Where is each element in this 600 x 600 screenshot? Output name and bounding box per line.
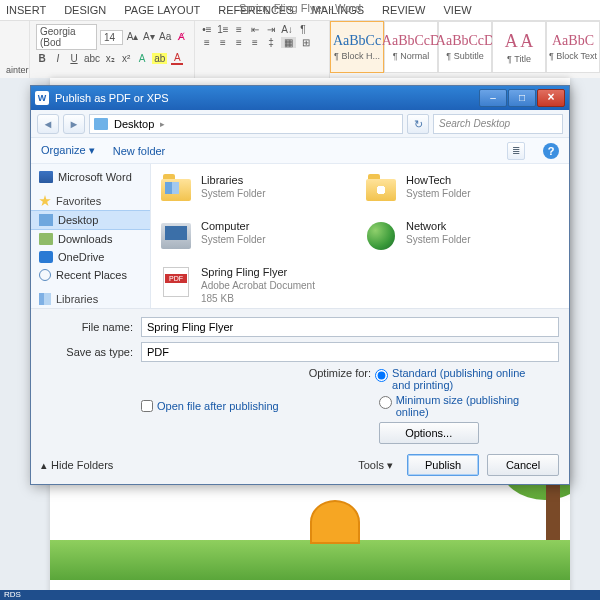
text-effects-icon[interactable]: A: [136, 53, 148, 64]
line-spacing-icon[interactable]: ‡: [265, 37, 277, 48]
style-block-text[interactable]: AaBbC¶ Block Text: [546, 21, 600, 73]
sidebar-item-downloads[interactable]: Downloads: [31, 230, 150, 248]
sidebar-group-favorites[interactable]: Favorites: [31, 192, 150, 210]
publish-pdf-dialog: W Publish as PDF or XPS – □ × ◄ ► Deskto…: [30, 85, 570, 485]
sidebar: Microsoft Word Favorites Desktop Downloa…: [31, 164, 151, 308]
breadcrumb-desktop[interactable]: Desktop: [114, 118, 154, 130]
file-name-input[interactable]: Spring Fling Flyer: [141, 317, 559, 337]
optimize-minimum-radio[interactable]: [379, 396, 392, 409]
dialog-titlebar[interactable]: W Publish as PDF or XPS – □ ×: [31, 86, 569, 110]
sidebar-item-onedrive[interactable]: OneDrive: [31, 248, 150, 266]
status-text: RDS: [4, 590, 21, 599]
libraries-icon: [39, 293, 51, 305]
align-right-icon[interactable]: ≡: [233, 37, 245, 48]
optimize-minimum-label[interactable]: Minimum size (publishing online): [396, 394, 536, 418]
font-color-icon[interactable]: A: [171, 52, 183, 65]
dialog-bottom: File name: Spring Fling Flyer Save as ty…: [31, 308, 569, 484]
sidebar-item-recent[interactable]: Recent Places: [31, 266, 150, 284]
file-item-libraries[interactable]: LibrariesSystem Folder: [159, 174, 356, 214]
borders-icon[interactable]: ⊞: [300, 37, 312, 48]
pdf-file-icon: [163, 267, 189, 297]
tab-insert[interactable]: INSERT: [6, 2, 46, 18]
sort-icon[interactable]: A↓: [281, 24, 293, 35]
multilevel-icon[interactable]: ≡: [233, 24, 245, 35]
strike-button[interactable]: abc: [84, 53, 100, 64]
refresh-button[interactable]: ↻: [407, 114, 429, 134]
forward-button[interactable]: ►: [63, 114, 85, 134]
align-center-icon[interactable]: ≡: [217, 37, 229, 48]
tools-menu[interactable]: Tools ▾: [358, 459, 399, 472]
grow-font-icon[interactable]: A▴: [126, 29, 139, 45]
hide-folders-button[interactable]: ▴ Hide Folders: [41, 459, 113, 472]
font-name-select[interactable]: Georgia (Bod: [36, 24, 97, 50]
minimize-button[interactable]: –: [479, 89, 507, 107]
new-folder-button[interactable]: New folder: [113, 145, 166, 157]
onedrive-icon: [39, 251, 53, 263]
maximize-button[interactable]: □: [508, 89, 536, 107]
align-left-icon[interactable]: ≡: [201, 37, 213, 48]
star-icon: [39, 195, 51, 207]
tab-page-layout[interactable]: PAGE LAYOUT: [124, 2, 200, 18]
styles-gallery: AaBbCc¶ Block H... AaBbCcD¶ Normal AaBbC…: [330, 21, 600, 78]
numbering-icon[interactable]: 1≡: [217, 24, 229, 35]
shrink-font-icon[interactable]: A▾: [142, 29, 155, 45]
options-button[interactable]: Options...: [379, 422, 479, 444]
ribbon: ainter Georgia (Bod 14 A▴ A▾ Aa A̸ B I U…: [0, 21, 600, 79]
folder-libraries-icon: [161, 179, 191, 201]
style-normal[interactable]: AaBbCcD¶ Normal: [384, 21, 438, 73]
indent-dec-icon[interactable]: ⇤: [249, 24, 261, 35]
font-size-select[interactable]: 14: [100, 30, 123, 45]
organize-menu[interactable]: Organize ▾: [41, 144, 95, 157]
close-button[interactable]: ×: [537, 89, 565, 107]
help-icon[interactable]: ?: [543, 143, 559, 159]
open-after-checkbox[interactable]: Open file after publishing: [141, 367, 279, 444]
justify-icon[interactable]: ≡: [249, 37, 261, 48]
word-icon: [39, 171, 53, 183]
word-app-icon: W: [35, 91, 49, 105]
open-after-box[interactable]: [141, 400, 153, 412]
underline-button[interactable]: U: [68, 53, 80, 64]
style-subtitle[interactable]: AaBbCcD¶ Subtitle: [438, 21, 492, 73]
style-title[interactable]: A A¶ Title: [492, 21, 546, 73]
dialog-title-text: Publish as PDF or XPS: [55, 92, 169, 104]
sidebar-item-desktop[interactable]: Desktop: [31, 210, 150, 230]
paragraph-mark-icon[interactable]: ¶: [297, 24, 309, 35]
chevron-up-icon: ▴: [41, 459, 47, 472]
file-item-computer[interactable]: ComputerSystem Folder: [159, 220, 356, 260]
file-item-network[interactable]: NetworkSystem Folder: [364, 220, 561, 260]
italic-button[interactable]: I: [52, 53, 64, 64]
bold-button[interactable]: B: [36, 53, 48, 64]
optimize-for-label: Optimize for:: [309, 367, 371, 379]
sidebar-item-word[interactable]: Microsoft Word: [31, 168, 150, 186]
file-item-pdf[interactable]: Spring Fling FlyerAdobe Acrobat Document…: [159, 266, 356, 306]
shading-icon[interactable]: ▦: [281, 37, 296, 48]
search-input[interactable]: Search Desktop: [433, 114, 563, 134]
tab-design[interactable]: DESIGN: [64, 2, 106, 18]
style-block-h[interactable]: AaBbCc¶ Block H...: [330, 21, 384, 73]
file-item-howtech[interactable]: HowTechSystem Folder: [364, 174, 561, 214]
sidebar-group-libraries[interactable]: Libraries: [31, 290, 150, 308]
document-title: Spring Fling Flyer - Word: [239, 0, 361, 16]
tab-view[interactable]: VIEW: [444, 2, 472, 18]
clear-format-icon[interactable]: A̸: [175, 29, 188, 45]
desktop-icon: [94, 118, 108, 130]
optimize-standard-label[interactable]: Standard (publishing online and printing…: [392, 367, 532, 391]
cancel-button[interactable]: Cancel: [487, 454, 559, 476]
highlight-icon[interactable]: ab: [152, 53, 167, 64]
bullets-icon[interactable]: •≡: [201, 24, 213, 35]
folder-howtech-icon: [366, 179, 396, 201]
change-case-icon[interactable]: Aa: [159, 29, 172, 45]
breadcrumb[interactable]: Desktop ▸: [89, 114, 403, 134]
superscript-button[interactable]: x²: [120, 53, 132, 64]
save-type-label: Save as type:: [41, 346, 141, 358]
tab-review[interactable]: REVIEW: [382, 2, 425, 18]
view-mode-button[interactable]: ≣: [507, 142, 525, 160]
save-type-select[interactable]: PDF: [141, 342, 559, 362]
indent-inc-icon[interactable]: ⇥: [265, 24, 277, 35]
breadcrumb-sep-icon[interactable]: ▸: [160, 119, 165, 129]
back-button[interactable]: ◄: [37, 114, 59, 134]
subscript-button[interactable]: x₂: [104, 53, 116, 64]
publish-button[interactable]: Publish: [407, 454, 479, 476]
optimize-standard-radio[interactable]: [375, 369, 388, 382]
file-list: LibrariesSystem Folder HowTechSystem Fol…: [151, 164, 569, 308]
